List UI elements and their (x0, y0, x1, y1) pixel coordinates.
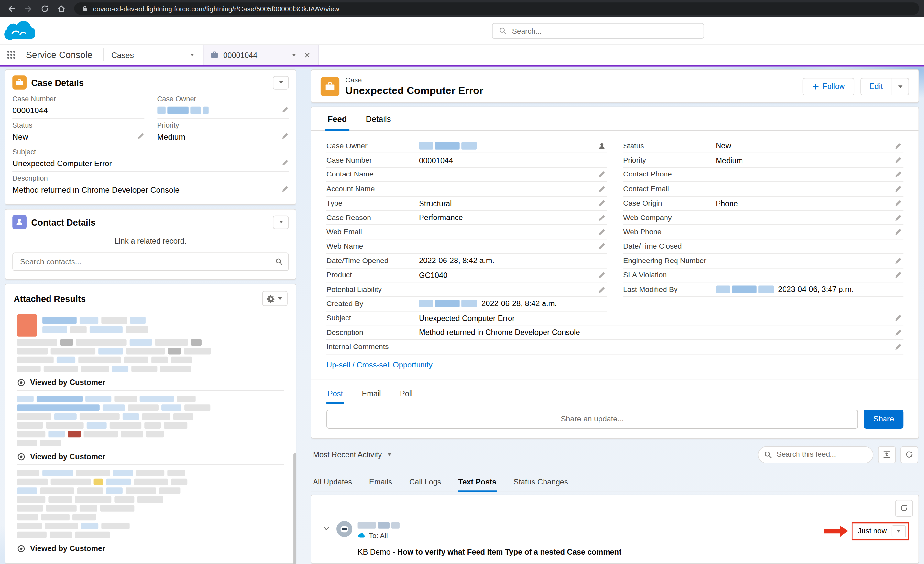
panel-title: Contact Details (32, 217, 96, 227)
field-value: GC1040 (419, 271, 447, 279)
field: Priority Medium (157, 120, 289, 145)
tab-menu-button[interactable] (290, 51, 298, 59)
field-row: Web Email (327, 225, 607, 239)
browser-home-button[interactable] (54, 2, 69, 15)
tab-close-button[interactable] (303, 51, 312, 59)
page-title: Unexpected Computer Error (345, 84, 483, 97)
edit-button[interactable]: Edit (860, 78, 892, 95)
field-label: Subject (327, 314, 419, 323)
collapse-feed-item-button[interactable] (322, 524, 331, 533)
field-label: Account Name (327, 185, 419, 193)
inline-edit-button[interactable] (598, 199, 606, 207)
attached-results-settings-button[interactable] (262, 291, 288, 306)
field-label: Case Owner (157, 95, 289, 103)
inline-edit-button[interactable] (894, 329, 902, 337)
inline-edit-button[interactable] (894, 343, 902, 351)
feed-refresh-button[interactable] (900, 446, 918, 463)
panel-menu-button[interactable] (273, 215, 289, 229)
workspace-tab-case[interactable]: 00001044 (203, 45, 319, 64)
browser-address-bar[interactable]: coveo-cd-dev-ed.lightning.force.com/ligh… (74, 2, 920, 15)
case-icon (12, 75, 27, 90)
inline-edit-button[interactable] (894, 314, 902, 322)
inline-edit-button[interactable] (894, 257, 902, 265)
global-search-input[interactable] (512, 27, 697, 35)
inline-edit-button[interactable] (282, 186, 289, 193)
inline-edit-button[interactable] (894, 199, 902, 207)
inline-edit-button[interactable] (282, 133, 289, 140)
app-launcher-button[interactable] (0, 45, 22, 64)
feed-filter-tab[interactable]: Emails (369, 472, 393, 492)
search-icon (275, 258, 283, 266)
inline-edit-button[interactable] (894, 142, 902, 150)
inline-edit-button[interactable] (598, 185, 606, 193)
object-nav-cases[interactable]: Cases (104, 45, 202, 64)
inline-edit-button[interactable] (137, 133, 144, 140)
more-actions-button[interactable] (892, 78, 909, 95)
field-label: Description (12, 174, 289, 183)
field-value: 2023-04-06, 3:47 p.m. (778, 285, 854, 294)
feed-filter-tab[interactable]: Status Changes (513, 472, 569, 492)
field-row: Product GC1040 (327, 268, 607, 283)
contact-lookup (12, 253, 289, 271)
viewed-by-customer-row: Viewed by Customer (17, 452, 284, 461)
inline-edit-button[interactable] (894, 185, 902, 193)
inline-edit-button[interactable] (894, 156, 902, 164)
tab-feed[interactable]: Feed (318, 107, 357, 130)
inline-edit-button[interactable] (282, 106, 289, 113)
feed-item-menu-button[interactable] (892, 525, 906, 537)
inline-edit-button[interactable] (598, 171, 606, 178)
follow-button[interactable]: Follow (802, 78, 855, 95)
attachment-thumbnail (17, 314, 37, 337)
redacted-content (17, 339, 284, 372)
feed-filter-tab[interactable]: Text Posts (458, 472, 497, 492)
feed-density-button[interactable] (878, 446, 896, 463)
pencil-icon (894, 329, 902, 337)
inline-edit-button[interactable] (894, 171, 902, 178)
pencil-icon (894, 199, 902, 207)
browser-forward-button[interactable] (21, 2, 36, 15)
panel-menu-button[interactable] (273, 76, 289, 89)
feed-stream-refresh-button[interactable] (895, 500, 913, 517)
feed-filter-tab[interactable]: Call Logs (409, 472, 442, 492)
workspace: Case Details Case Number 00001044 Case O… (0, 67, 924, 564)
pencil-icon (598, 271, 606, 279)
inline-edit-button[interactable] (894, 214, 902, 221)
field-row: Case Origin Phone (623, 196, 903, 211)
inline-edit-button[interactable] (598, 142, 606, 150)
upsell-link[interactable]: Up-sell / Cross-sell Opportunity (327, 360, 432, 369)
tab-details[interactable]: Details (356, 107, 400, 130)
field-value: New (716, 141, 731, 150)
field: Subject Unexpected Computer Error (12, 147, 289, 172)
feed-sort-dropdown[interactable]: Most Recent Activity (312, 448, 394, 462)
share-update-input[interactable] (327, 410, 858, 428)
inline-edit-button[interactable] (598, 228, 606, 236)
feed-filter-tab[interactable]: All Updates (312, 472, 352, 492)
pencil-icon (598, 185, 606, 193)
inline-edit-button[interactable] (598, 242, 606, 250)
inline-edit-button[interactable] (894, 228, 902, 236)
share-button[interactable]: Share (864, 410, 903, 428)
pencil-icon (282, 106, 289, 113)
inline-edit-button[interactable] (598, 271, 606, 279)
browser-reload-button[interactable] (38, 2, 52, 15)
feed-search-input[interactable] (758, 446, 873, 463)
field-row: Case Owner (327, 139, 607, 153)
sidebar-scrollbar[interactable] (294, 453, 296, 564)
inline-edit-button[interactable] (598, 214, 606, 221)
field-value: Method returned in Chrome Developer Cons… (12, 185, 180, 194)
inline-edit-button[interactable] (282, 159, 289, 166)
inline-edit-button[interactable] (894, 271, 902, 279)
comment-button[interactable]: Comment (358, 563, 401, 564)
tab-poll[interactable]: Poll (399, 385, 414, 404)
divider (17, 464, 284, 465)
home-icon (57, 4, 66, 13)
inline-edit-button[interactable] (598, 286, 606, 293)
global-search[interactable] (492, 23, 704, 39)
browser-back-button[interactable] (5, 2, 19, 15)
contact-search-input[interactable] (12, 253, 289, 271)
tab-email[interactable]: Email (361, 385, 382, 404)
field: Status New (12, 120, 144, 145)
refresh-icon (900, 504, 908, 513)
feed-item-timestamp: Just now (858, 527, 887, 536)
tab-post[interactable]: Post (327, 385, 344, 404)
